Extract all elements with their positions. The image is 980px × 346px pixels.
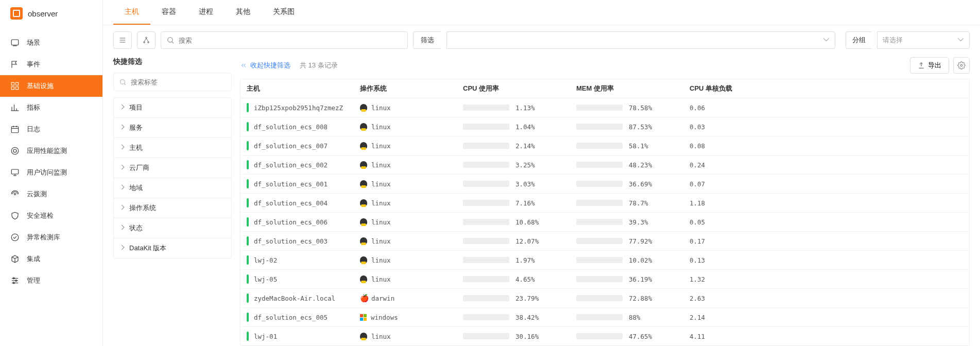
nav-item-monitor[interactable]: 用户访问监测: [0, 162, 102, 183]
scene-icon: [10, 38, 20, 47]
table-settings-button[interactable]: [953, 57, 970, 74]
mem-value: 88%: [629, 314, 641, 321]
table-row[interactable]: lwj-02 linux 1.97% 10.02% 0.13: [240, 251, 969, 270]
nav-item-anomaly[interactable]: 异常检测库: [0, 227, 102, 248]
nav-item-label: 管理: [27, 276, 40, 285]
cpu-bar: [463, 162, 509, 168]
nav-item-target[interactable]: 应用性能监测: [0, 140, 102, 162]
linux-icon: [360, 199, 367, 206]
table-row[interactable]: df_solution_ecs_002 linux 3.25% 48.23% 0…: [240, 155, 969, 175]
th-host[interactable]: 主机: [240, 79, 354, 98]
filter-button[interactable]: 筛选: [413, 31, 441, 49]
anomaly-icon: [10, 233, 20, 242]
load-value: 0.07: [690, 180, 705, 188]
search-input[interactable]: [179, 37, 402, 44]
status-indicator: [247, 236, 249, 246]
svg-rect-5: [16, 87, 19, 90]
table-row[interactable]: df_solution_ecs_004 linux 7.16% 78.7% 1.…: [240, 194, 969, 213]
host-name: df_solution_ecs_007: [254, 142, 328, 150]
table-row[interactable]: lwj-01 linux 30.16% 47.65% 4.11: [240, 327, 969, 345]
collapse-filter-label: 收起快捷筛选: [250, 61, 290, 70]
radio-icon: [10, 189, 20, 199]
cpu-bar: [463, 333, 509, 339]
nav-item-label: 场景: [27, 38, 40, 47]
status-indicator: [247, 179, 249, 188]
table-row[interactable]: iZbp125xpob2951hq7zmezZ linux 1.13% 78.5…: [240, 98, 969, 117]
nav-item-grid[interactable]: 基础设施: [0, 75, 102, 97]
svg-line-41: [124, 83, 126, 85]
th-cpu[interactable]: CPU 使用率: [457, 79, 570, 98]
mem-bar: [576, 333, 623, 339]
nav-item-chart[interactable]: 指标: [0, 97, 102, 118]
tab[interactable]: 容器: [150, 0, 187, 25]
filter-accordion-item[interactable]: 云厂商: [114, 158, 231, 178]
table-row[interactable]: df_solution_ecs_005 windows 38.42% 88% 2…: [240, 308, 969, 327]
filter-accordion-item[interactable]: DataKit 版本: [114, 238, 231, 258]
svg-point-19: [14, 194, 16, 195]
nav-item-box[interactable]: 集成: [0, 248, 102, 270]
list-view-button[interactable]: [113, 31, 132, 49]
nav-item-scene[interactable]: 场景: [0, 32, 102, 54]
search-box[interactable]: [161, 31, 408, 49]
nav-item-flag[interactable]: 事件: [0, 54, 102, 75]
tab[interactable]: 进程: [187, 0, 225, 25]
table-row[interactable]: df_solution_ecs_003 linux 12.07% 77.92% …: [240, 232, 969, 251]
table-row[interactable]: df_solution_ecs_001 linux 3.03% 36.69% 0…: [240, 175, 969, 194]
status-indicator: [247, 141, 249, 150]
load-value: 2.63: [690, 295, 705, 302]
cpu-value: 3.25%: [515, 161, 535, 169]
os-name: linux: [371, 180, 391, 188]
table-row[interactable]: lwj-05 linux 4.65% 36.19% 1.32: [240, 270, 969, 289]
filter-accordion-item[interactable]: 服务: [114, 118, 231, 138]
tab[interactable]: 主机: [113, 0, 150, 25]
host-name: lwj-05: [254, 275, 277, 283]
os-name: linux: [371, 256, 391, 264]
logo-icon: [10, 7, 23, 20]
filter-tag-input[interactable]: [131, 78, 226, 86]
filter-item-label: 服务: [129, 123, 143, 132]
table-row[interactable]: df_solution_ecs_007 linux 2.14% 58.1% 0.…: [240, 136, 969, 155]
search-icon: [166, 36, 175, 44]
logo[interactable]: observer: [0, 0, 102, 27]
filter-tag-search[interactable]: [113, 73, 232, 91]
windows-icon: [360, 314, 367, 321]
collapse-filter-link[interactable]: 收起快捷筛选: [240, 61, 290, 70]
filter-accordion-item[interactable]: 地域: [114, 178, 231, 198]
cpu-value: 1.04%: [515, 123, 535, 131]
chevron-down-icon: [823, 37, 830, 43]
load-value: 1.32: [690, 275, 705, 283]
linux-icon: [360, 218, 367, 226]
nav-item-radio[interactable]: 云拨测: [0, 183, 102, 205]
filter-select[interactable]: [446, 31, 835, 49]
filter-accordion-item[interactable]: 主机: [114, 138, 231, 158]
os-name: darwin: [371, 295, 394, 302]
group-select[interactable]: 请选择: [877, 31, 970, 49]
filter-accordion-item[interactable]: 状态: [114, 218, 231, 238]
filter-accordion-item[interactable]: 项目: [114, 98, 231, 118]
tab[interactable]: 其他: [225, 0, 262, 25]
cpu-value: 1.97%: [515, 256, 535, 264]
table-row[interactable]: df_solution_ecs_006 linux 10.68% 39.3% 0…: [240, 213, 969, 232]
nav-item-label: 异常检测库: [27, 233, 60, 242]
linux-icon: [360, 333, 367, 340]
topology-view-button[interactable]: [137, 31, 156, 49]
tab[interactable]: 关系图: [262, 0, 306, 25]
target-icon: [10, 146, 20, 155]
mem-value: 58.1%: [629, 142, 648, 150]
nav-item-calendar[interactable]: 日志: [0, 118, 102, 140]
th-load[interactable]: CPU 单核负载: [683, 79, 969, 98]
svg-line-37: [146, 39, 148, 42]
th-mem[interactable]: MEM 使用率: [570, 79, 683, 98]
th-os[interactable]: 操作系统: [354, 79, 457, 98]
cpu-bar: [463, 295, 509, 301]
table-row[interactable]: df_solution_ecs_008 linux 1.04% 87.53% 0…: [240, 117, 969, 136]
filter-accordion-item[interactable]: 操作系统: [114, 198, 231, 218]
toolbar: 筛选 分组 请选择: [103, 25, 980, 55]
table-row[interactable]: zydeMacBook-Air.local 🍎darwin 23.79% 72.…: [240, 289, 969, 308]
export-button[interactable]: 导出: [910, 57, 949, 74]
cpu-value: 1.13%: [515, 104, 535, 112]
svg-point-33: [146, 37, 147, 39]
nav-item-settings[interactable]: 管理: [0, 270, 102, 291]
nav-item-shield[interactable]: 安全巡检: [0, 205, 102, 227]
mem-bar: [576, 124, 623, 130]
